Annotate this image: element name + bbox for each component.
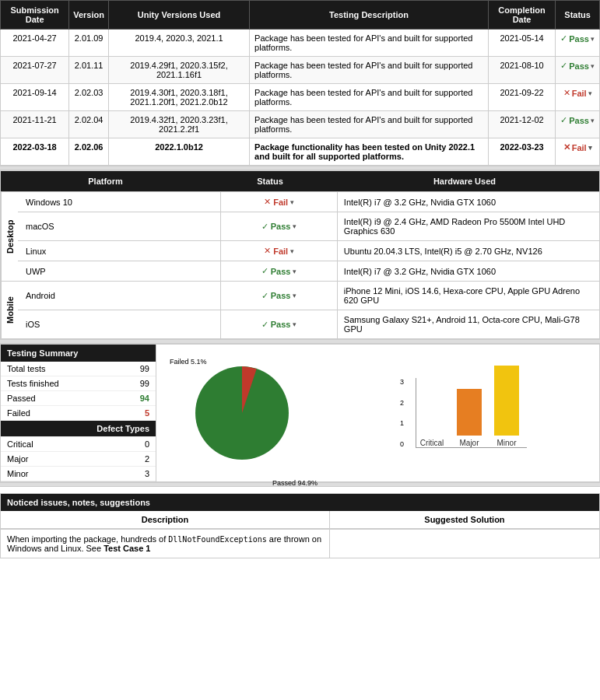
code-snippet: DllNotFoundExceptions (168, 535, 266, 544)
test-case-link[interactable]: Test Case 1 (104, 544, 150, 553)
cell-submission-date: 2021-09-14 (1, 84, 69, 111)
cell-completion-date: 2021-08-10 (488, 57, 555, 84)
cell-status[interactable]: ✓ Pass ▾ (556, 30, 600, 57)
platform-row: UWP ✓ Pass ▾ Intel(R) i7 @ 3.2 GHz, Nvid… (18, 261, 599, 281)
testing-summary-section: Testing Summary Total tests99Tests finis… (0, 344, 600, 482)
cell-submission-date: 2021-07-27 (1, 57, 69, 84)
table-row: 2021-11-21 2.02.04 2019.4.32f1, 2020.3.2… (1, 111, 600, 138)
platform-name: UWP (18, 261, 221, 281)
bar-major: Major (457, 389, 482, 447)
cell-version: 2.02.06 (69, 138, 109, 166)
summary-stat-row: Passed94 (1, 391, 156, 406)
defect-label: Minor (1, 467, 116, 481)
cell-status[interactable]: ✓ Pass ▾ (556, 111, 600, 138)
col-header-submission-date: Submission Date (1, 1, 69, 30)
status-dropdown-arrow[interactable]: ▾ (591, 35, 595, 43)
platform-row: Android ✓ Pass ▾ iPhone 12 Mini, iOS 14.… (18, 282, 599, 310)
hardware-col-header: Hardware Used (330, 171, 599, 191)
platform-status[interactable]: ✓ Pass ▾ (221, 282, 337, 310)
defect-label: Critical (1, 437, 116, 452)
cell-completion-date: 2021-12-02 (488, 111, 555, 138)
defect-value: 0 (116, 437, 156, 452)
platform-status-arrow[interactable]: ▾ (293, 292, 296, 299)
defect-value: 3 (116, 467, 156, 481)
platform-status[interactable]: ✕ Fail ▾ (221, 192, 337, 212)
bar-minor: Minor (494, 366, 519, 447)
platform-status-icon: ✕ (264, 197, 271, 207)
platform-table: Platform Status Hardware Used Desktop Wi… (0, 170, 600, 339)
defect-row: Critical0 (1, 437, 156, 452)
cell-description: Package has been tested for API's and bu… (250, 111, 489, 138)
notes-section: Noticed issues, notes, suggestions Descr… (0, 493, 600, 558)
platform-status[interactable]: ✕ Fail ▾ (221, 241, 337, 261)
platform-status-arrow[interactable]: ▾ (293, 222, 296, 230)
pie-failed-label: Failed 5.1% (170, 358, 207, 367)
cell-submission-date: 2021-11-21 (1, 111, 69, 138)
status-dropdown-arrow[interactable]: ▾ (588, 89, 592, 97)
status-dropdown-arrow[interactable]: ▾ (591, 62, 595, 70)
status-dropdown-arrow[interactable]: ▾ (588, 144, 592, 152)
platform-hardware: iPhone 12 Mini, iOS 14.6, Hexa-core CPU,… (338, 282, 599, 310)
cell-submission-date: 2021-04-27 (1, 30, 69, 57)
platform-status-arrow[interactable]: ▾ (293, 268, 296, 275)
platform-name: Windows 10 (18, 192, 221, 212)
notes-description: When importing the package, hundreds of … (1, 530, 330, 558)
col-header-status: Status (556, 1, 600, 30)
cell-status[interactable]: ✕ Fail ▾ (556, 84, 600, 111)
cell-status[interactable]: ✕ Fail ▾ (556, 138, 600, 166)
platform-row: macOS ✓ Pass ▾ Intel(R) i9 @ 2.4 GHz, AM… (18, 212, 599, 241)
cell-description: Package has been tested for API's and bu… (250, 57, 489, 84)
bar-critical: Critical (419, 436, 444, 447)
pie-passed-label: Passed 94.9% (272, 479, 318, 488)
platform-status[interactable]: ✓ Pass ▾ (221, 212, 337, 240)
cell-completion-date: 2021-09-22 (488, 84, 555, 111)
col-header-completion-date: Completion Date (488, 1, 555, 30)
platform-status-icon: ✓ (261, 320, 268, 330)
status-col-header: Status (210, 171, 330, 191)
stat-value: 99 (116, 362, 156, 376)
status-dropdown-arrow[interactable]: ▾ (591, 117, 595, 124)
stat-label: Passed (1, 391, 116, 406)
bar-minor-label: Minor (496, 439, 516, 447)
notes-row: When importing the package, hundreds of … (1, 529, 599, 558)
stat-label: Tests finished (1, 376, 116, 391)
stat-label: Total tests (1, 362, 116, 376)
status-icon: ✓ (560, 33, 567, 44)
platform-status-arrow[interactable]: ▾ (290, 247, 294, 255)
platform-hardware: Intel(R) i9 @ 2.4 GHz, AMD Radeon Pro 55… (338, 212, 599, 240)
stat-value: 99 (116, 376, 156, 391)
platform-status-arrow[interactable]: ▾ (293, 320, 296, 328)
stat-value: 5 (116, 406, 156, 421)
table-row: 2021-07-27 2.01.11 2019.4.29f1, 2020.3.1… (1, 57, 600, 84)
platform-status[interactable]: ✓ Pass ▾ (221, 310, 337, 338)
platform-table-header: Platform Status Hardware Used (1, 171, 599, 191)
bar-major-label: Major (459, 439, 479, 447)
bar-critical-label: Critical (420, 439, 444, 447)
platform-status-arrow[interactable]: ▾ (290, 198, 294, 206)
notes-header: Description Suggested Solution (1, 511, 599, 529)
cell-completion-date: 2022-03-23 (488, 138, 555, 166)
status-icon: ✕ (563, 88, 570, 98)
summary-table: Total tests99Tests finished99Passed94Fai… (1, 362, 156, 481)
status-text: Pass (569, 61, 589, 71)
cell-version: 2.01.09 (69, 30, 109, 57)
table-row: 2022-03-18 2.02.06 2022.1.0b12 Package f… (1, 138, 600, 166)
platform-status-text: Pass (271, 291, 291, 300)
bar-chart-bars: Critical Major Minor (416, 378, 527, 448)
platform-status-icon: ✕ (264, 246, 271, 256)
bar-chart-area: 3 2 1 0 Critical Major (328, 345, 599, 481)
platform-status[interactable]: ✓ Pass ▾ (221, 261, 337, 281)
platform-rows-container: Android ✓ Pass ▾ iPhone 12 Mini, iOS 14.… (18, 282, 599, 338)
notes-header-description: Description (1, 511, 330, 529)
platform-group: Desktop Windows 10 ✕ Fail ▾ Intel(R) i7 … (1, 191, 599, 281)
platform-group-label: Mobile (1, 282, 18, 338)
cell-status[interactable]: ✓ Pass ▾ (556, 57, 600, 84)
cell-unity-versions: 2019.4.30f1, 2020.3.18f1, 2021.1.20f1, 2… (108, 84, 249, 111)
platform-body: Desktop Windows 10 ✕ Fail ▾ Intel(R) i7 … (1, 191, 599, 338)
status-text: Fail (572, 89, 587, 98)
status-icon: ✓ (560, 61, 567, 71)
platform-col-header: Platform (1, 171, 210, 191)
platform-status-text: Pass (271, 267, 291, 276)
platform-hardware: Intel(R) i7 @ 3.2 GHz, Nvidia GTX 1060 (338, 261, 599, 281)
cell-submission-date: 2022-03-18 (1, 138, 69, 166)
